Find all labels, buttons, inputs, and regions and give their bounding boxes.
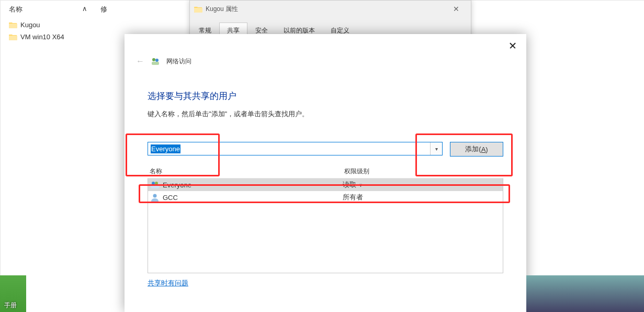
permissions-row[interactable]: Everyone 读取▼ xyxy=(148,179,503,191)
share-dialog: ← 网络访问 选择要与其共享的用户 键入名称，然后单击"添加"，或者单击箭头查找… xyxy=(125,34,526,312)
properties-titlebar[interactable]: Kugou 属性 ✕ xyxy=(190,1,471,17)
column-name-header[interactable]: 名称 xyxy=(9,5,80,14)
folder-name: VM win10 X64 xyxy=(20,33,64,41)
svg-rect-2 xyxy=(152,62,159,65)
permissions-col-level[interactable]: 权限级别 xyxy=(344,167,503,176)
permissions-list: Everyone 读取▼ GCC 所有者 xyxy=(148,179,503,273)
share-nav-label: 网络访问 xyxy=(166,57,191,66)
permissions-row-level[interactable]: 读取▼ xyxy=(343,180,501,190)
taskbar-item-label: 手册 xyxy=(4,301,17,310)
svg-point-0 xyxy=(152,58,155,61)
share-subtext: 键入名称，然后单击"添加"，或者单击箭头查找用户。 xyxy=(148,109,503,119)
back-arrow-icon[interactable]: ← xyxy=(136,57,144,66)
group-icon xyxy=(150,181,160,189)
folder-name: Kugou xyxy=(20,21,40,29)
properties-dialog: Kugou 属性 ✕ 常规 共享 安全 以前的版本 自定义 xyxy=(189,0,471,39)
user-combobox[interactable]: Everyone ▾ xyxy=(148,142,443,155)
desktop-photo-fragment xyxy=(526,275,644,312)
folder-icon xyxy=(9,21,17,28)
close-icon[interactable] xyxy=(507,40,518,51)
folder-icon xyxy=(194,6,202,13)
permissions-col-name[interactable]: 名称 xyxy=(148,167,344,176)
taskbar-fragment: 手册 xyxy=(0,275,68,312)
share-heading: 选择要与其共享的用户 xyxy=(148,90,503,102)
permissions-row-name: GCC xyxy=(163,194,343,202)
permissions-row[interactable]: GCC 所有者 xyxy=(148,191,503,204)
folder-icon xyxy=(9,34,17,40)
add-button-label: 添加( xyxy=(465,144,481,154)
chevron-down-icon: ▼ xyxy=(358,183,363,188)
svg-point-3 xyxy=(152,182,155,185)
permissions-row-level: 所有者 xyxy=(343,193,501,202)
properties-title: Kugou 属性 xyxy=(206,5,446,14)
chevron-down-icon[interactable]: ▾ xyxy=(430,142,442,155)
close-icon[interactable]: ✕ xyxy=(446,5,467,13)
share-titlebar[interactable] xyxy=(125,34,526,52)
user-input[interactable]: Everyone xyxy=(148,142,430,155)
add-button[interactable]: 添加(A) xyxy=(450,142,503,157)
add-button-suffix: ) xyxy=(485,146,488,153)
sort-chevron-icon[interactable]: ∧ xyxy=(80,5,90,14)
user-input-value: Everyone xyxy=(151,144,180,153)
add-button-accesskey: A xyxy=(481,146,486,153)
user-icon xyxy=(150,193,160,202)
svg-point-1 xyxy=(155,59,159,62)
svg-point-4 xyxy=(155,182,158,185)
share-nav: ← 网络访问 xyxy=(125,52,526,70)
column-modified-header[interactable]: 修 xyxy=(90,5,195,14)
permissions-row-name: Everyone xyxy=(163,181,343,189)
network-access-icon xyxy=(151,57,160,66)
permissions-header: 名称 权限级别 xyxy=(148,165,503,179)
svg-rect-5 xyxy=(151,185,159,188)
svg-point-6 xyxy=(153,194,157,198)
taskbar-item[interactable]: 手册 xyxy=(0,275,26,312)
sharing-help-link[interactable]: 共享时有问题 xyxy=(148,278,188,288)
